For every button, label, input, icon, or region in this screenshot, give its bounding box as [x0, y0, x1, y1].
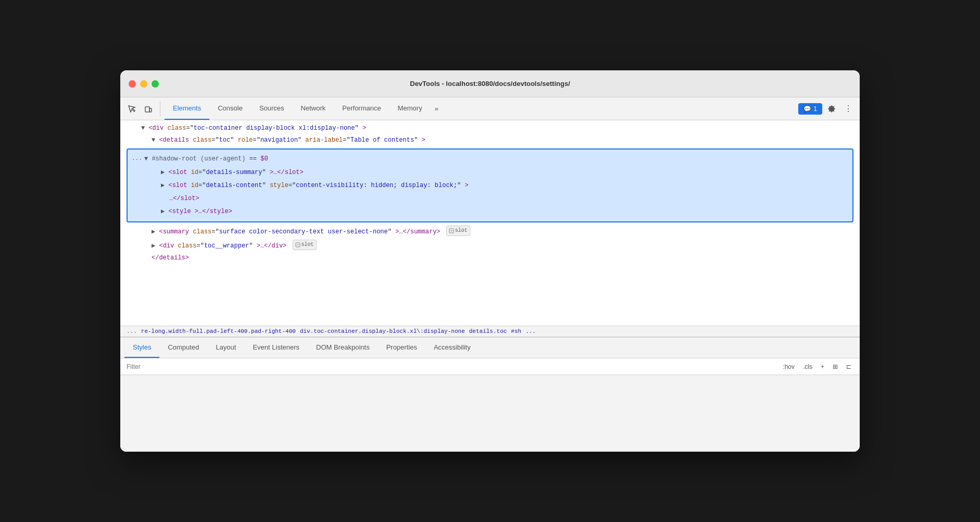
- tab-dom-breakpoints[interactable]: DOM Breakpoints: [308, 338, 378, 358]
- toolbar-right: 💬 1 ⋮: [798, 102, 856, 116]
- breadcrumb-item-1[interactable]: re-long.width-full.pad-left-400.pad-righ…: [139, 328, 298, 334]
- hov-button[interactable]: :hov: [781, 362, 797, 371]
- notification-count: 1: [813, 105, 817, 113]
- dom-line-slot-content-close: …</slot>: [128, 192, 852, 205]
- tab-console[interactable]: Console: [209, 97, 251, 120]
- sidebar-icon-button[interactable]: ⊏: [844, 362, 853, 371]
- breadcrumb-dots: ...: [127, 328, 137, 334]
- toolbar-icons: [124, 102, 160, 116]
- devtools-panel: Elements Console Sources Network Perform…: [120, 97, 860, 452]
- notification-button[interactable]: 💬 1: [798, 103, 822, 115]
- collapse-arrow-2[interactable]: ▼: [152, 136, 159, 144]
- traffic-lights: [129, 80, 159, 88]
- dom-panel: ▼ <div class="toc-container display-bloc…: [120, 120, 860, 326]
- tab-accessibility[interactable]: Accessibility: [425, 338, 479, 358]
- cls-button[interactable]: .cls: [801, 362, 814, 371]
- titlebar: DevTools - localhost:8080/docs/devtools/…: [120, 70, 860, 97]
- tab-event-listeners[interactable]: Event Listeners: [244, 338, 308, 358]
- tab-elements[interactable]: Elements: [165, 97, 209, 120]
- minimize-button[interactable]: [140, 80, 147, 88]
- shadow-root-header[interactable]: ▼ #shadow-root (user-agent) == $0: [128, 153, 852, 166]
- tab-layout[interactable]: Layout: [207, 338, 244, 358]
- add-rule-button[interactable]: +: [819, 362, 826, 371]
- filter-bar: :hov .cls + ⊞ ⊏: [120, 358, 860, 375]
- slot-badge-summary[interactable]: slot: [446, 226, 470, 236]
- breadcrumb-item-3[interactable]: details.toc: [467, 328, 509, 334]
- dom-line-toc-wrapper[interactable]: ▶ <div class="toc__wrapper" >…</div> slo…: [120, 239, 860, 252]
- filter-actions: :hov .cls + ⊞ ⊏: [781, 362, 853, 371]
- bottom-panel: Styles Computed Layout Event Listeners D…: [120, 337, 860, 452]
- more-options-icon[interactable]: ⋮: [841, 102, 856, 116]
- breadcrumb-item-2[interactable]: div.toc-container.display-block.xl\:disp…: [298, 328, 467, 334]
- svg-rect-0: [145, 107, 149, 112]
- settings-icon[interactable]: [824, 102, 839, 116]
- shadow-root-block: ... ▼ #shadow-root (user-agent) == $0 ▶ …: [127, 148, 853, 222]
- bottom-tab-bar: Styles Computed Layout Event Listeners D…: [120, 338, 860, 358]
- inspector-icon[interactable]: [124, 102, 139, 116]
- breadcrumb-item-4[interactable]: #sh: [509, 328, 523, 334]
- tab-sources[interactable]: Sources: [251, 97, 293, 120]
- dom-line-summary[interactable]: ▶ <summary class="surface color-secondar…: [120, 225, 860, 238]
- device-toolbar-icon[interactable]: [141, 102, 156, 116]
- devtools-window: DevTools - localhost:8080/docs/devtools/…: [120, 70, 860, 452]
- window-title: DevTools - localhost:8080/docs/devtools/…: [410, 80, 570, 88]
- collapse-arrow[interactable]: ▼: [141, 125, 148, 132]
- maximize-button[interactable]: [152, 80, 159, 88]
- notification-icon: 💬: [803, 105, 811, 113]
- more-tabs-button[interactable]: »: [431, 97, 443, 120]
- tab-performance[interactable]: Performance: [334, 97, 389, 120]
- layout-icon-button[interactable]: ⊞: [831, 362, 840, 371]
- dom-line-details[interactable]: ▼ <details class="toc" role="navigation"…: [120, 134, 860, 146]
- tab-computed[interactable]: Computed: [159, 338, 207, 358]
- three-dots: ...: [132, 155, 142, 161]
- dom-line-toc-container[interactable]: ▼ <div class="toc-container display-bloc…: [120, 122, 860, 134]
- tab-network[interactable]: Network: [293, 97, 334, 120]
- tab-styles[interactable]: Styles: [124, 338, 159, 358]
- tab-memory[interactable]: Memory: [390, 97, 431, 120]
- close-button[interactable]: [129, 80, 136, 88]
- breadcrumb-bar: ... re-long.width-full.pad-left-400.pad-…: [120, 326, 860, 337]
- dom-line-style[interactable]: ▶ <style >…</style>: [128, 205, 852, 218]
- dom-line-details-close: </details>: [120, 252, 860, 264]
- tab-properties[interactable]: Properties: [378, 338, 425, 358]
- dom-line-slot-summary[interactable]: ▶ <slot id="details-summary" >…</slot>: [128, 166, 852, 179]
- slot-badge-wrapper[interactable]: slot: [293, 240, 317, 250]
- filter-input[interactable]: [127, 363, 774, 370]
- breadcrumb-item-5[interactable]: ...: [523, 328, 538, 334]
- dom-line-slot-content[interactable]: ▶ <slot id="details-content" style="cont…: [128, 179, 852, 192]
- svg-rect-1: [149, 108, 152, 112]
- main-tab-bar: Elements Console Sources Network Perform…: [165, 97, 798, 120]
- devtools-toolbar: Elements Console Sources Network Perform…: [120, 97, 860, 120]
